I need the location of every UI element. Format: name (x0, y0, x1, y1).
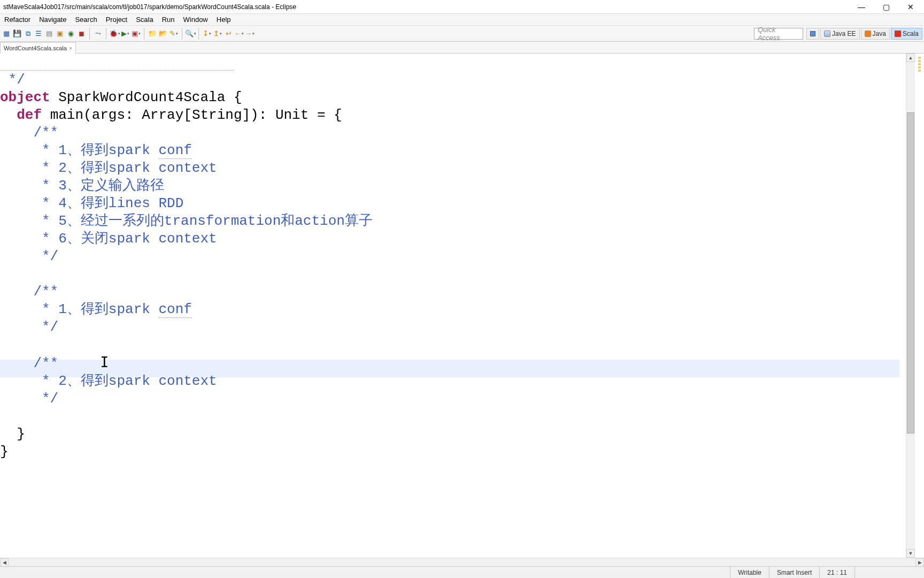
scroll-left-icon[interactable]: ◀ (0, 558, 9, 567)
title-bar: stMaveScala4Job017/src/main/scala/com/tl… (0, 0, 924, 14)
code-line: */ (0, 72, 25, 88)
separator (198, 28, 199, 40)
menu-search[interactable]: Search (71, 14, 101, 25)
scroll-thumb[interactable] (907, 112, 914, 434)
separator (182, 28, 182, 40)
print-icon[interactable]: ▤ (44, 29, 54, 39)
perspective-label: Java EE (832, 30, 856, 37)
toggle-breadcrumb-icon[interactable]: ☰ (34, 29, 43, 39)
perspective-scala[interactable]: Scala (891, 28, 922, 40)
warning-marker[interactable] (918, 66, 921, 69)
new-class-icon[interactable]: 📂 (158, 29, 168, 39)
minimize-button[interactable]: — (849, 0, 874, 14)
warning-marker[interactable] (918, 60, 921, 62)
javaee-icon (824, 31, 830, 37)
menu-refactor[interactable]: Refactor (0, 14, 35, 25)
window-title: stMaveScala4Job017/src/main/scala/com/tl… (1, 3, 296, 11)
horizontal-scrollbar[interactable]: ◀ ▶ (0, 558, 924, 566)
open-perspective-icon (810, 31, 815, 36)
file-tab-active[interactable]: WordCount4Scala.scala × (0, 42, 76, 54)
save-all-icon[interactable]: ⧉ (23, 29, 33, 39)
status-spacer (854, 567, 919, 578)
separator (106, 28, 106, 40)
link-icon[interactable]: ◉ (66, 29, 75, 39)
toolbar: ▦ 💾 ⧉ ☰ ▤ ▣ ◉ ◼ ⤳ 🐞 ▶ ▣ 📁 📂 ✎ 🔍 ↧ ↥ ↩ ← … (0, 26, 924, 42)
perspective-switcher: Java EE Java Scala (806, 28, 922, 40)
window-controls: — ▢ ✕ (849, 0, 923, 14)
next-annotation-icon[interactable]: ↧ (202, 29, 212, 39)
menu-help[interactable]: Help (212, 14, 235, 25)
overview-ruler[interactable] (914, 54, 924, 558)
file-tab-label: WordCount4Scala.scala (4, 45, 67, 51)
menu-project[interactable]: Project (102, 14, 132, 25)
menu-window[interactable]: Window (179, 14, 212, 25)
menu-navigate[interactable]: Navigate (35, 14, 71, 25)
menu-run[interactable]: Run (158, 14, 179, 25)
perspective-javaee[interactable]: Java EE (820, 28, 860, 40)
close-icon[interactable]: × (69, 45, 72, 51)
quick-access-input[interactable]: Quick Access (754, 28, 803, 40)
code-editor[interactable]: */ object SparkWordCount4Scala { def mai… (0, 54, 906, 558)
menu-bar: Refactor Navigate Search Project Scala R… (0, 14, 924, 26)
run-last-icon[interactable]: ▣ (131, 29, 141, 39)
warning-marker[interactable] (918, 63, 921, 65)
text-cursor: I (58, 354, 109, 370)
scroll-right-icon[interactable]: ▶ (915, 558, 924, 567)
code-content: */ object SparkWordCount4Scala { def mai… (0, 54, 906, 461)
build-icon[interactable]: ▣ (55, 29, 65, 39)
new-icon[interactable]: ▦ (2, 29, 11, 39)
forward-icon[interactable]: → (245, 29, 255, 39)
separator (144, 28, 144, 40)
status-cursor-position: 21 : 11 (819, 567, 854, 578)
back-icon[interactable]: ← (234, 29, 244, 39)
maximize-button[interactable]: ▢ (874, 0, 898, 14)
close-button[interactable]: ✕ (898, 0, 923, 14)
search-icon[interactable]: 🔍 (186, 29, 195, 39)
perspective-label: Scala (903, 30, 919, 37)
warning-marker[interactable] (918, 57, 921, 59)
debug-icon[interactable]: 🐞 (110, 29, 119, 39)
java-icon (865, 31, 871, 37)
new-package-icon[interactable]: 📁 (148, 29, 157, 39)
scroll-down-icon[interactable]: ▼ (906, 549, 915, 558)
menu-scala[interactable]: Scala (132, 14, 158, 25)
perspective-java[interactable]: Java (861, 28, 890, 40)
perspective-label: Java (873, 30, 886, 37)
status-writable: Writable (730, 567, 769, 578)
status-insert-mode: Smart Insert (769, 567, 819, 578)
editor-tabs: WordCount4Scala.scala × (0, 42, 924, 54)
new-wizard-icon[interactable]: ✎ (169, 29, 179, 39)
separator (89, 28, 90, 40)
vertical-scrollbar[interactable]: ▲ ▼ (906, 54, 914, 558)
run-icon[interactable]: ▶ (120, 29, 130, 39)
last-edit-icon[interactable]: ↩ (224, 29, 233, 39)
status-bar: Writable Smart Insert 21 : 11 (0, 566, 924, 578)
warning-marker[interactable] (918, 70, 921, 72)
scroll-up-icon[interactable]: ▲ (906, 54, 915, 62)
skip-icon[interactable]: ⤳ (93, 29, 103, 39)
scala-icon (895, 31, 901, 37)
prev-annotation-icon[interactable]: ↥ (213, 29, 222, 39)
save-icon[interactable]: 💾 (12, 29, 22, 39)
stop-icon[interactable]: ◼ (76, 29, 86, 39)
editor-area: */ object SparkWordCount4Scala { def mai… (0, 54, 924, 558)
open-perspective-button[interactable] (806, 28, 819, 40)
